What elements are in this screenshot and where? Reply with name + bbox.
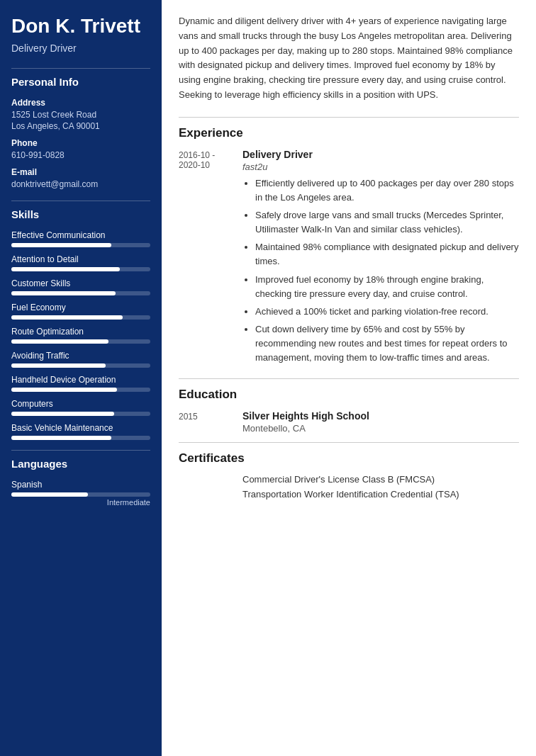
edu-year: 2015 — [179, 410, 242, 434]
cert-spacer — [179, 489, 242, 500]
skill-item: Effective Communication — [11, 230, 150, 247]
summary-text: Dynamic and diligent delivery driver wit… — [179, 14, 519, 103]
skill-item: Computers — [11, 399, 150, 416]
experience-heading: Experience — [179, 126, 519, 140]
resume-container: Don K. Trivett Delivery Driver Personal … — [0, 0, 536, 756]
address-line1: 1525 Lost Creek Road — [11, 109, 150, 121]
personal-info-heading: Personal Info — [11, 76, 150, 91]
cert-text: Transportation Worker Identification Cre… — [242, 489, 519, 500]
languages-list: Spanish Intermediate — [11, 480, 150, 507]
exp-company: fast2u — [242, 162, 519, 172]
skill-item: Fuel Economy — [11, 303, 150, 320]
skill-item: Handheld Device Operation — [11, 375, 150, 392]
candidate-name: Don K. Trivett — [11, 14, 150, 38]
skill-name: Fuel Economy — [11, 303, 150, 312]
bullet-item: Maintained 98% compliance with designate… — [255, 240, 519, 269]
skill-bar-bg — [11, 436, 150, 440]
skill-bar-bg — [11, 243, 150, 247]
skill-name: Customer Skills — [11, 278, 150, 288]
experience-list: 2016-10 -2020-10 Delivery Driver fast2u … — [179, 149, 519, 369]
edu-content: Silver Heights High School Montebello, C… — [242, 410, 519, 434]
skill-item: Avoiding Traffic — [11, 351, 150, 368]
skills-heading: Skills — [11, 208, 150, 223]
education-heading: Education — [179, 388, 519, 402]
phone-label: Phone — [11, 138, 150, 148]
experience-item: 2016-10 -2020-10 Delivery Driver fast2u … — [179, 149, 519, 369]
exp-dates: 2016-10 -2020-10 — [179, 149, 242, 369]
skill-bar-bg — [11, 339, 150, 344]
skill-item: Basic Vehicle Maintenance — [11, 423, 150, 440]
exp-content: Delivery Driver fast2u Efficiently deliv… — [242, 149, 519, 369]
sidebar-divider-3 — [11, 450, 150, 451]
edu-school: Silver Heights High School — [242, 410, 519, 422]
cert-text: Commercial Driver's License Class B (FMC… — [242, 474, 519, 485]
bullet-item: Improved fuel economy by 18% through eng… — [255, 273, 519, 301]
bullet-item: Cut down delivery time by 65% and cost b… — [255, 322, 519, 365]
sidebar: Don K. Trivett Delivery Driver Personal … — [0, 0, 162, 756]
education-item: 2015 Silver Heights High School Montebel… — [179, 410, 519, 434]
skill-item: Attention to Detail — [11, 254, 150, 271]
bullet-item: Achieved a 100% ticket and parking viola… — [255, 305, 519, 319]
certificate-item: Commercial Driver's License Class B (FMC… — [179, 474, 519, 485]
skill-bar-bg — [11, 267, 150, 271]
certificates-divider — [179, 442, 519, 443]
skill-item: Customer Skills — [11, 278, 150, 295]
sidebar-divider-1 — [11, 68, 150, 69]
sidebar-divider-2 — [11, 201, 150, 201]
skill-bar-fill — [11, 412, 114, 416]
bullet-item: Safely drove large vans and small trucks… — [255, 208, 519, 237]
main-content: Dynamic and diligent delivery driver wit… — [162, 0, 536, 756]
language-bar-bg — [11, 492, 150, 497]
skill-name: Computers — [11, 399, 150, 409]
skill-bar-fill — [11, 315, 123, 320]
skill-name: Attention to Detail — [11, 254, 150, 264]
skill-bar-fill — [11, 267, 120, 271]
certificates-heading: Certificates — [179, 451, 519, 466]
skill-bar-fill — [11, 388, 117, 392]
skill-bar-bg — [11, 291, 150, 295]
address-line2: Los Angeles, CA 90001 — [11, 120, 150, 132]
certificate-item: Transportation Worker Identification Cre… — [179, 489, 519, 500]
languages-heading: Languages — [11, 458, 150, 473]
language-item: Spanish Intermediate — [11, 480, 150, 507]
skill-bar-bg — [11, 388, 150, 392]
skill-bar-fill — [11, 243, 111, 247]
experience-divider — [179, 117, 519, 118]
exp-bullets: Efficiently delivered up to 400 packages… — [242, 176, 519, 366]
address-label: Address — [11, 98, 150, 108]
education-list: 2015 Silver Heights High School Montebel… — [179, 410, 519, 434]
skill-name: Route Optimization — [11, 327, 150, 337]
cert-spacer — [179, 474, 242, 485]
email-label: E-mail — [11, 167, 150, 177]
skill-name: Handheld Device Operation — [11, 375, 150, 385]
skill-bar-bg — [11, 412, 150, 416]
education-divider — [179, 378, 519, 379]
bullet-item: Efficiently delivered up to 400 packages… — [255, 176, 519, 205]
skill-item: Route Optimization — [11, 327, 150, 344]
phone-value: 610-991-0828 — [11, 149, 150, 162]
language-name: Spanish — [11, 480, 150, 490]
skill-bar-bg — [11, 363, 150, 368]
skill-name: Effective Communication — [11, 230, 150, 240]
email-value: donktrivett@gmail.com — [11, 179, 150, 191]
language-level: Intermediate — [11, 498, 150, 507]
candidate-title: Delivery Driver — [11, 43, 150, 54]
skill-bar-fill — [11, 436, 111, 440]
language-bar-fill — [11, 492, 88, 497]
skill-name: Basic Vehicle Maintenance — [11, 423, 150, 433]
skill-bar-fill — [11, 339, 108, 344]
skill-bar-bg — [11, 315, 150, 320]
skills-list: Effective Communication Attention to Det… — [11, 230, 150, 440]
skill-name: Avoiding Traffic — [11, 351, 150, 361]
skill-bar-fill — [11, 363, 106, 368]
certificates-list: Commercial Driver's License Class B (FMC… — [179, 474, 519, 500]
skill-bar-fill — [11, 291, 116, 295]
exp-job-title: Delivery Driver — [242, 149, 519, 160]
edu-location: Montebello, CA — [242, 423, 519, 434]
